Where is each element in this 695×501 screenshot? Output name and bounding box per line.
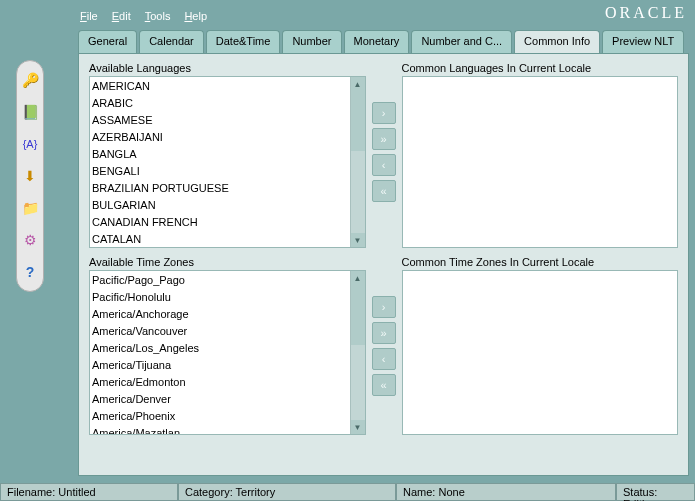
- list-item[interactable]: America/Phoenix: [92, 408, 350, 425]
- tab-common-info[interactable]: Common Info: [514, 30, 600, 54]
- list-item[interactable]: AZERBAIJANI: [92, 129, 350, 146]
- add-all-button[interactable]: »: [372, 128, 396, 150]
- list-item[interactable]: CANADIAN FRENCH: [92, 214, 350, 231]
- common-languages-label: Common Languages In Current Locale: [402, 62, 679, 74]
- add-all-button[interactable]: »: [372, 322, 396, 344]
- list-item[interactable]: America/Anchorage: [92, 306, 350, 323]
- scrollbar[interactable]: ▲ ▼: [350, 77, 365, 247]
- list-item[interactable]: Pacific/Honolulu: [92, 289, 350, 306]
- scroll-thumb[interactable]: [351, 91, 365, 151]
- list-item[interactable]: BENGALI: [92, 163, 350, 180]
- tab-number-and-c[interactable]: Number and C...: [411, 30, 512, 54]
- list-item[interactable]: BRAZILIAN PORTUGUESE: [92, 180, 350, 197]
- tab-monetary[interactable]: Monetary: [344, 30, 410, 54]
- add-button[interactable]: ›: [372, 296, 396, 318]
- tool-help-icon[interactable]: ?: [21, 263, 39, 281]
- menu-edit[interactable]: Edit: [112, 10, 131, 22]
- tabstrip: General Calendar Date&Time Number Moneta…: [78, 30, 689, 54]
- list-item[interactable]: ARABIC: [92, 95, 350, 112]
- add-button[interactable]: ›: [372, 102, 396, 124]
- list-item[interactable]: BULGARIAN: [92, 197, 350, 214]
- tab-general[interactable]: General: [78, 30, 137, 54]
- list-item[interactable]: CATALAN: [92, 231, 350, 247]
- brand-logo: ORACLE: [605, 4, 687, 22]
- scroll-down-icon[interactable]: ▼: [351, 420, 365, 434]
- menu-tools[interactable]: Tools: [145, 10, 171, 22]
- tool-book-icon[interactable]: 📗: [21, 103, 39, 121]
- languages-section: Available Languages AMERICANARABICASSAME…: [89, 62, 678, 248]
- list-item[interactable]: BANGLA: [92, 146, 350, 163]
- available-languages-label: Available Languages: [89, 62, 366, 74]
- tool-down-icon[interactable]: ⬇: [21, 167, 39, 185]
- scrollbar[interactable]: ▲ ▼: [350, 271, 365, 434]
- menubar: File Edit Tools Help ORACLE: [80, 6, 687, 26]
- available-languages-list[interactable]: AMERICANARABICASSAMESEAZERBAIJANIBANGLAB…: [89, 76, 366, 248]
- status-editing: Status: Editing: [616, 484, 695, 501]
- timezones-section: Available Time Zones Pacific/Pago_PagoPa…: [89, 256, 678, 435]
- tab-calendar[interactable]: Calendar: [139, 30, 204, 54]
- status-category: Category: Territory: [178, 484, 396, 501]
- language-transfer-buttons: › » ‹ «: [372, 102, 396, 202]
- list-item[interactable]: America/Edmonton: [92, 374, 350, 391]
- scroll-thumb[interactable]: [351, 285, 365, 345]
- scroll-up-icon[interactable]: ▲: [351, 77, 365, 91]
- list-item[interactable]: America/Vancouver: [92, 323, 350, 340]
- status-filename: Filename: Untitled: [0, 484, 178, 501]
- tool-gear-icon[interactable]: ⚙: [21, 231, 39, 249]
- menu-file[interactable]: File: [80, 10, 98, 22]
- scroll-down-icon[interactable]: ▼: [351, 233, 365, 247]
- remove-button[interactable]: ‹: [372, 348, 396, 370]
- tab-datetime[interactable]: Date&Time: [206, 30, 281, 54]
- status-locale-name: Name: None: [396, 484, 616, 501]
- available-timezones-label: Available Time Zones: [89, 256, 366, 268]
- side-toolbar: 🔑 📗 {A} ⬇ 📁 ⚙ ?: [16, 60, 44, 292]
- tab-preview-nlt[interactable]: Preview NLT: [602, 30, 684, 54]
- tool-folder-icon[interactable]: 📁: [21, 199, 39, 217]
- available-timezones-list[interactable]: Pacific/Pago_PagoPacific/HonoluluAmerica…: [89, 270, 366, 435]
- list-item[interactable]: ASSAMESE: [92, 112, 350, 129]
- scroll-up-icon[interactable]: ▲: [351, 271, 365, 285]
- common-languages-list[interactable]: [402, 76, 679, 248]
- common-timezones-list[interactable]: [402, 270, 679, 435]
- list-item[interactable]: AMERICAN: [92, 78, 350, 95]
- tool-braces-icon[interactable]: {A}: [21, 135, 39, 153]
- common-timezones-label: Common Time Zones In Current Locale: [402, 256, 679, 268]
- remove-button[interactable]: ‹: [372, 154, 396, 176]
- list-item[interactable]: America/Tijuana: [92, 357, 350, 374]
- remove-all-button[interactable]: «: [372, 374, 396, 396]
- statusbar: Filename: Untitled Category: Territory N…: [0, 483, 695, 501]
- remove-all-button[interactable]: «: [372, 180, 396, 202]
- list-item[interactable]: America/Denver: [92, 391, 350, 408]
- menu-help[interactable]: Help: [184, 10, 207, 22]
- list-item[interactable]: Pacific/Pago_Pago: [92, 272, 350, 289]
- tab-number[interactable]: Number: [282, 30, 341, 54]
- list-item[interactable]: America/Mazatlan: [92, 425, 350, 434]
- main-panel: Available Languages AMERICANARABICASSAME…: [78, 53, 689, 476]
- list-item[interactable]: America/Los_Angeles: [92, 340, 350, 357]
- tool-key-icon[interactable]: 🔑: [21, 71, 39, 89]
- timezone-transfer-buttons: › » ‹ «: [372, 296, 396, 396]
